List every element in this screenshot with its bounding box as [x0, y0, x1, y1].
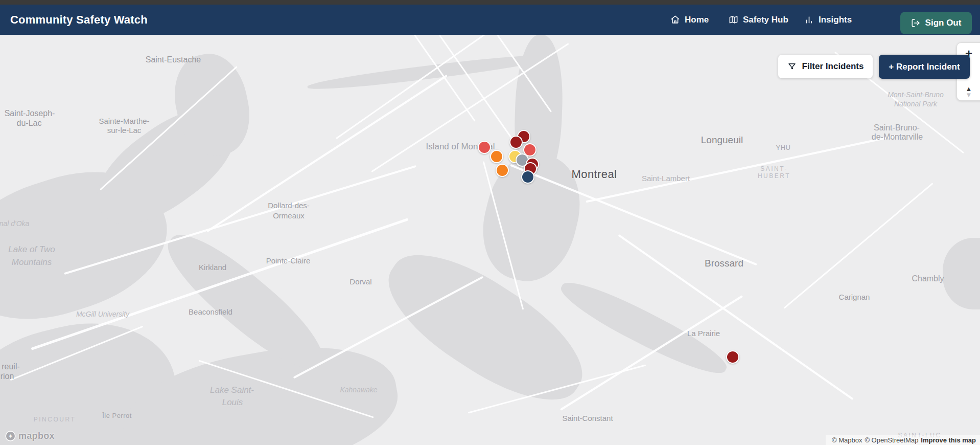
- mapbox-logo[interactable]: mapbox: [5, 431, 55, 441]
- map-label: Saint-Bruno-: [874, 123, 920, 132]
- map-label: Chambly: [912, 274, 944, 283]
- incident-marker[interactable]: [496, 164, 509, 177]
- incident-marker[interactable]: [521, 170, 534, 184]
- attribution-osm-link[interactable]: © OpenStreetMap: [865, 436, 918, 444]
- map-label: Louis: [222, 397, 243, 408]
- map-label: sur-le-Lac: [107, 126, 142, 135]
- map-label: Sainte-Marthe-: [99, 117, 149, 125]
- pitch-down-icon[interactable]: ▼: [961, 92, 976, 98]
- map-label: Kirkland: [199, 263, 226, 272]
- report-incident-button[interactable]: + Report Incident: [879, 55, 970, 79]
- map-label: Beaconsfield: [189, 307, 232, 316]
- filter-incidents-label: Filter Incidents: [802, 61, 864, 72]
- bar-chart-icon: [804, 15, 814, 25]
- pitch-control[interactable]: ▲ ▼: [961, 85, 976, 98]
- map-label: Mountains: [12, 257, 52, 268]
- map-label: McGill University: [76, 310, 129, 318]
- road-line: [783, 183, 933, 309]
- map-label: Saint-Constant: [562, 414, 613, 422]
- report-incident-label: + Report Incident: [889, 62, 960, 72]
- map-label: Carignan: [839, 293, 870, 301]
- water-area: [943, 238, 980, 309]
- map-label: Dorval: [349, 277, 371, 286]
- map-label: Brossard: [705, 258, 743, 269]
- map-label: reuil-: [2, 362, 20, 371]
- map-label: Mont-Saint-Bruno: [888, 91, 944, 99]
- map-label: PINCOURT: [34, 416, 76, 423]
- map-label: Saint-Eustache: [146, 55, 201, 64]
- map-label: Ormeaux: [273, 211, 305, 220]
- map-label: Île Perrot: [102, 412, 132, 419]
- funnel-icon: [787, 62, 797, 71]
- mapbox-logo-text: mapbox: [18, 431, 55, 441]
- map-label: Dollard-des-: [268, 201, 310, 210]
- map-label: SAINT-: [760, 165, 788, 172]
- log-out-icon: [911, 18, 920, 28]
- map-label: Pointe-Claire: [266, 256, 311, 265]
- map-label: National Park: [894, 100, 937, 108]
- sign-out-button[interactable]: Sign Out: [900, 12, 972, 34]
- incident-marker[interactable]: [509, 136, 523, 149]
- nav-item-label: Home: [685, 15, 709, 25]
- map-label: La Prairie: [687, 329, 720, 338]
- map-label: du-Lac: [17, 119, 42, 128]
- nav-item-label: Safety Hub: [743, 15, 788, 25]
- mapbox-logo-icon: [5, 431, 16, 441]
- incident-marker[interactable]: [478, 141, 491, 154]
- map-label: rion: [1, 372, 14, 381]
- nav-item-home[interactable]: Home: [670, 5, 709, 35]
- home-icon: [670, 15, 680, 25]
- map-label: Montreal: [572, 168, 617, 181]
- attribution-mapbox-link[interactable]: © Mapbox: [832, 436, 862, 444]
- nav-item-safety-hub[interactable]: Safety Hub: [729, 5, 788, 35]
- app-title: Community Safety Watch: [10, 13, 148, 27]
- map-label: Lake Saint-: [210, 385, 254, 395]
- sign-out-label: Sign Out: [925, 18, 962, 28]
- map-label: Saint-Joseph-: [5, 109, 55, 118]
- attribution-improve-link[interactable]: Improve this map: [921, 436, 976, 444]
- water-area: [369, 231, 601, 424]
- nav-item-label: Insights: [819, 15, 852, 25]
- map-label: Longueuil: [701, 135, 743, 146]
- map-label: Saint-Lambert: [642, 174, 690, 183]
- map-label: YHU: [776, 144, 791, 151]
- map-label: HUBERT: [758, 172, 790, 180]
- map-label: Lake of Two: [8, 244, 55, 255]
- filter-incidents-button[interactable]: Filter Incidents: [778, 55, 873, 78]
- nav-item-insights[interactable]: Insights: [804, 5, 852, 35]
- app-window: Community Safety Watch Home Safety Hub I…: [0, 0, 980, 445]
- road-line: [439, 35, 517, 144]
- app-header: Community Safety Watch Home Safety Hub I…: [0, 5, 980, 35]
- map-label: nal d'Oka: [0, 219, 29, 228]
- map-label: Kahnawake: [340, 386, 377, 394]
- window-top-strip: [0, 0, 980, 5]
- map-label: de-Montarville: [872, 132, 923, 142]
- incident-marker[interactable]: [490, 150, 503, 163]
- map-canvas[interactable]: Saint-EustacheSaint-Joseph-du-LacSainte-…: [0, 35, 980, 445]
- incident-marker[interactable]: [726, 350, 739, 364]
- map-icon: [729, 15, 738, 25]
- map-attribution: © Mapbox © OpenStreetMap Improve this ma…: [826, 435, 980, 445]
